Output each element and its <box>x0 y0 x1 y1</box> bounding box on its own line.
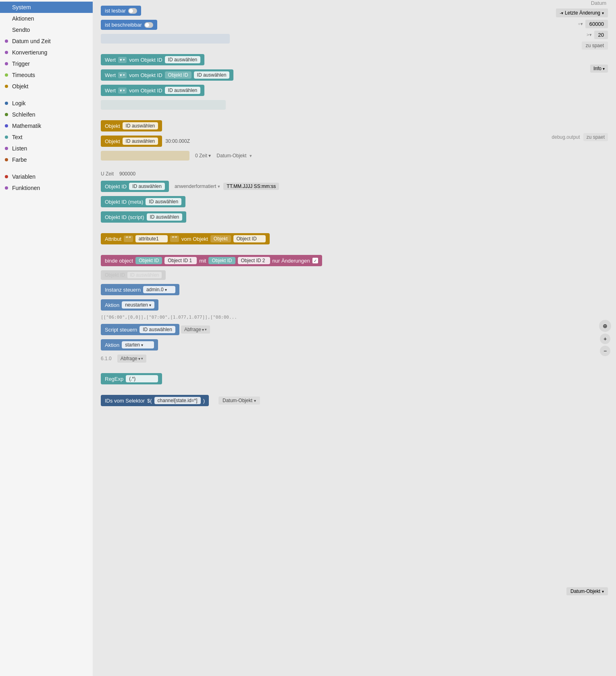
sidebar-item-funktionen[interactable]: Funktionen <box>0 182 93 194</box>
sidebar-item-label: Aktionen <box>12 15 34 22</box>
sidebar-item-farbe[interactable]: Farbe <box>0 154 93 165</box>
sidebar-item-logik[interactable]: Logik <box>0 98 93 109</box>
sidebar-item-label: Text <box>12 134 23 140</box>
block-attribut[interactable]: Attribut ““ attribute1 ”” vom Objekt Obj… <box>101 233 270 244</box>
right-datum-label: Datum <box>591 0 608 6</box>
scroll-plus[interactable]: + <box>600 334 610 344</box>
block-wert2[interactable]: Wert ▾ vom Objekt ID Objekt ID ID auswäh… <box>101 69 233 81</box>
right-letzte-aenderung[interactable]: -▾ Letzte Änderung ▾ <box>556 8 608 17</box>
sidebar-item-objekt[interactable]: Objekt <box>0 81 93 92</box>
wert1-dropdown[interactable]: ▾ <box>118 57 127 63</box>
abfrage1-block[interactable]: Abfrage ▾ <box>181 325 210 334</box>
block-ist-lesbar[interactable]: ist lesbar <box>101 6 141 16</box>
wert2-input1[interactable]: Objekt ID <box>165 71 191 79</box>
block-wert1[interactable]: Wert ▾ vom Objekt ID ID auswählen <box>101 54 204 65</box>
row-binde: binde object Objekt ID Object ID 1 mit O… <box>101 255 608 266</box>
attribut-objekt[interactable]: Objekt <box>210 235 231 242</box>
block-aktion1[interactable]: Aktion neustarten ▾ <box>101 299 158 311</box>
sidebar-item-label: Sendto <box>12 27 30 33</box>
sidebar-item-schleifen[interactable]: Schleifen <box>0 109 93 120</box>
block-script[interactable]: Script steuern ID auswählen <box>101 324 179 335</box>
wert1-input[interactable]: ID auswählen <box>165 56 201 63</box>
sidebar-item-sendto[interactable]: Sendto <box>0 24 93 35</box>
objekt2-input[interactable]: ID auswählen <box>123 138 158 145</box>
abfrage2-block[interactable]: Abfrage ▾ <box>117 355 146 363</box>
ids-input[interactable]: channel[state.id=*] <box>154 397 201 404</box>
sidebar-item-system[interactable]: System <box>0 2 93 13</box>
sidebar-item-aktionen[interactable]: Aktionen <box>0 13 93 24</box>
sidebar-item-variablen[interactable]: Variablen <box>0 171 93 182</box>
block-objekt-id1[interactable]: Objekt ID ID auswählen <box>101 181 169 192</box>
sidebar-item-datum-und-zeit[interactable]: Datum und Zeit <box>0 35 93 47</box>
binde-object-id-1[interactable]: Object ID 1 <box>164 257 197 264</box>
row-objekt-id-script: Objekt ID (script) ID auswählen <box>101 211 608 223</box>
sidebar-item-text[interactable]: Text <box>0 131 93 143</box>
sidebar-item-label: Timeouts <box>12 72 35 78</box>
attribut-input[interactable]: attribute1 <box>135 235 168 242</box>
sidebar-item-label: Funktionen <box>12 185 40 191</box>
objekt-id-meta-input[interactable]: ID auswählen <box>146 198 181 205</box>
row-instanz: Instanz steuern admin.0 ▾ <box>101 284 608 295</box>
binde-object-id-2[interactable]: Object ID 2 <box>238 257 270 264</box>
attribut-object-id[interactable]: Object ID <box>233 235 266 242</box>
letzte-icon: -▾ <box>560 11 563 15</box>
objekt-id-script-input[interactable]: ID auswählen <box>147 213 183 221</box>
block-binde[interactable]: binde object Objekt ID Object ID 1 mit O… <box>101 255 322 266</box>
instanz-input[interactable]: admin.0 ▾ <box>143 286 175 293</box>
block-regexp[interactable]: RegExp (.*) <box>101 373 162 384</box>
anwender-label: anwenderformatiert <box>175 184 216 189</box>
script-input[interactable]: ID auswählen <box>139 326 175 333</box>
block-wert3[interactable]: Wert ▾ vom Objekt ID ID auswählen <box>101 85 204 96</box>
right-info[interactable]: Info ▾ <box>590 65 608 73</box>
wert3-input[interactable]: ID auswählen <box>165 87 201 94</box>
block-instanz[interactable]: Instanz steuern admin.0 ▾ <box>101 284 179 295</box>
wert2-dropdown[interactable]: ▾ <box>118 72 127 78</box>
sidebar-item-label: Logik <box>12 100 25 106</box>
scroll-minus[interactable]: − <box>600 346 610 356</box>
main-content: Datum -▾ Letzte Änderung ▾ ÷▾ 60000 >▾ 2… <box>93 0 616 676</box>
right-datum-objekt-bottom: Datum-Objekt ▾ <box>566 587 608 595</box>
block-objekt2[interactable]: Objekt ID auswählen <box>101 136 162 147</box>
row-ghost3: 0 Zeit ▾ Datum-Objekt ▾ <box>101 151 608 161</box>
sidebar-item-label: Farbe <box>12 156 27 163</box>
row-ghost1 <box>101 34 608 44</box>
row-u-zeit: U Zeit 900000 <box>101 171 608 177</box>
block-objekt1[interactable]: Objekt ID auswählen <box>101 120 162 131</box>
sidebar-item-trigger[interactable]: Trigger <box>0 58 93 69</box>
block-ghost3 <box>101 151 189 161</box>
row-ids-selektor: IDs vom Selektor $( channel[state.id=*] … <box>101 395 608 406</box>
sidebar-item-timeouts[interactable]: Timeouts <box>0 69 93 81</box>
block-ist-beschreibbar[interactable]: ist beschreibbar <box>101 20 157 30</box>
row-wert2: Wert ▾ vom Objekt ID Objekt ID ID auswäh… <box>101 69 608 81</box>
sidebar-item-konvertierung[interactable]: Konvertierung <box>0 47 93 58</box>
right-debug: debug.output <box>552 134 580 140</box>
block-objekt-id-script[interactable]: Objekt ID (script) ID auswählen <box>101 211 186 223</box>
block-aktion2[interactable]: Aktion starten ▾ <box>101 339 158 351</box>
block-ids-selektor[interactable]: IDs vom Selektor $( channel[state.id=*] … <box>101 395 209 406</box>
sidebar-item-mathematik[interactable]: Mathematik <box>0 120 93 131</box>
binde-checkbox[interactable] <box>312 258 318 263</box>
row-objekt-id1: Objekt ID ID auswählen anwenderformatier… <box>101 181 608 192</box>
sidebar-item-listen[interactable]: Listen <box>0 143 93 154</box>
sidebar-item-label: Objekt <box>12 83 28 90</box>
row-attribut: Attribut ““ attribute1 ”” vom Objekt Obj… <box>101 233 608 244</box>
objekt1-input[interactable]: ID auswählen <box>123 122 158 129</box>
row-objekt-id-meta: Objekt ID (meta) ID auswählen <box>101 196 608 207</box>
block-objekt-id-meta[interactable]: Objekt ID (meta) ID auswählen <box>101 196 185 207</box>
anwender-format: TT.MM.JJJJ SS:mm:ss <box>223 183 279 190</box>
aktion1-input[interactable]: neustarten ▾ <box>122 301 154 309</box>
aktion2-input[interactable]: starten ▾ <box>122 341 154 348</box>
row-aktion1: Aktion neustarten ▾ <box>101 299 608 311</box>
wert2-input2[interactable]: ID auswählen <box>194 71 230 79</box>
wert3-dropdown[interactable]: ▾ <box>118 88 127 94</box>
row-regexp: RegExp (.*) <box>101 373 608 384</box>
sidebar-dot-icon <box>5 62 8 65</box>
regexp-input[interactable]: (.*) <box>126 375 158 382</box>
sidebar-spacer-15 <box>0 165 93 171</box>
sidebar-item-label: Datum und Zeit <box>12 38 51 44</box>
toggle-ist-beschreibbar[interactable] <box>144 22 153 28</box>
scroll-center[interactable]: ⊕ <box>599 320 611 332</box>
objekt-id1-input[interactable]: ID auswählen <box>129 183 165 190</box>
sidebar-dot-icon <box>5 186 8 190</box>
toggle-ist-lesbar[interactable] <box>128 8 137 14</box>
